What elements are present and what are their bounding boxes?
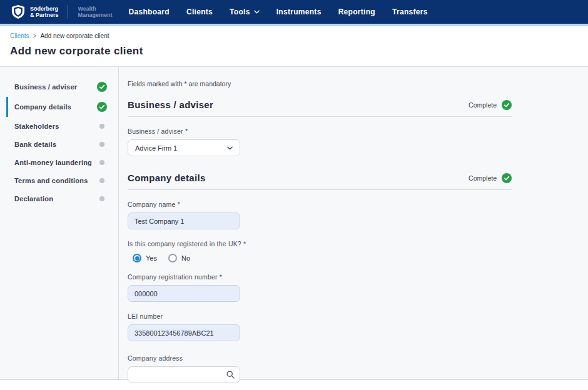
pending-dot-icon [99, 124, 104, 129]
radio-option-no[interactable]: No [168, 254, 190, 262]
check-circle-icon [97, 82, 107, 92]
sidebar-item-stakeholders[interactable]: Stakeholders [6, 117, 118, 135]
nav-item-dashboard[interactable]: Dashboard [129, 8, 170, 16]
chevron-down-icon [254, 10, 260, 14]
mandatory-note: Fields marked with * are mandatory [128, 80, 512, 88]
field-label: Business / adviser * [128, 128, 512, 135]
section-status-label: Complete [469, 101, 497, 109]
sidebar-item-label: Declaration [14, 195, 53, 202]
field-company-name: Company name * [128, 201, 512, 229]
brand-logo[interactable]: Söderberg & Partners Wealth Management [11, 4, 113, 19]
page-header: Clients > Add new corporate client Add n… [0, 26, 588, 66]
nav-item-instruments[interactable]: Instruments [276, 8, 322, 16]
field-label: Company name * [128, 201, 512, 208]
section-status: Complete [469, 100, 512, 110]
sidebar-item-label: Bank details [14, 141, 56, 148]
lei-number-input[interactable] [128, 324, 240, 341]
pending-dot-icon [99, 142, 104, 147]
breadcrumb-separator: > [33, 32, 37, 39]
top-navigation-bar: Söderberg & Partners Wealth Management D… [0, 0, 588, 26]
search-icon[interactable] [226, 371, 235, 379]
field-label: Company address [128, 354, 512, 362]
sidebar-item-label: Business / adviser [14, 83, 77, 91]
check-circle-icon [97, 102, 107, 112]
section-header-company-details: Company details Complete [128, 172, 512, 183]
section-status: Complete [469, 173, 512, 183]
section-title: Company details [128, 172, 206, 183]
field-label: Company registration number * [128, 273, 512, 281]
breadcrumb-clients-link[interactable]: Clients [10, 32, 29, 39]
field-business-adviser: Business / adviser * Advice Firm 1 [128, 128, 512, 156]
form-main: Fields marked with * are mandatory Busin… [119, 67, 588, 379]
field-company-address: Company address [128, 354, 512, 383]
radio-label: Yes [146, 254, 157, 262]
radio-selected-icon [133, 254, 141, 262]
brand-name: Söderberg & Partners [30, 6, 59, 19]
section-header-business-adviser: Business / adviser Complete [128, 99, 512, 110]
section-divider [128, 189, 512, 190]
field-label: LEI number [128, 312, 512, 320]
step-sidebar: Business / adviser Company details Stake… [0, 67, 119, 379]
breadcrumb: Clients > Add new corporate client [10, 32, 588, 39]
brand-division: Wealth Management [78, 6, 113, 19]
field-lei-number: LEI number [128, 312, 512, 341]
check-circle-icon [502, 100, 512, 110]
sidebar-item-bank-details[interactable]: Bank details [6, 135, 118, 153]
sidebar-item-company-details[interactable]: Company details [6, 97, 118, 117]
sidebar-item-label: Stakeholders [14, 122, 59, 130]
nav-item-tools-label: Tools [230, 8, 250, 16]
company-address-search-input[interactable] [128, 366, 240, 383]
nav-item-reporting[interactable]: Reporting [338, 8, 375, 16]
radio-unselected-icon [168, 254, 177, 262]
breadcrumb-current: Add new corporate client [40, 32, 109, 39]
field-registration-number: Company registration number * [128, 273, 512, 302]
content-area: Business / adviser Company details Stake… [0, 66, 588, 380]
sidebar-item-label: Company details [14, 103, 71, 111]
sidebar-item-business-adviser[interactable]: Business / adviser [6, 77, 118, 97]
sidebar-item-label: Terms and conditions [14, 177, 88, 184]
section-divider [128, 116, 512, 117]
field-uk-registered: Is this company registered in the UK? * … [128, 240, 512, 262]
brand-divider [68, 5, 68, 19]
select-value: Advice Firm 1 [135, 144, 177, 152]
nav-menu: Dashboard Clients Tools Instruments Repo… [129, 8, 428, 16]
radio-label: No [181, 254, 190, 262]
radio-option-yes[interactable]: Yes [133, 254, 157, 262]
sidebar-item-anti-money-laundering[interactable]: Anti-money laundering [6, 153, 118, 171]
pending-dot-icon [99, 160, 104, 165]
nav-item-transfers[interactable]: Transfers [392, 8, 428, 16]
uk-registered-radio-group: Yes No [133, 254, 512, 262]
registration-number-input[interactable] [128, 285, 240, 302]
business-adviser-select[interactable]: Advice Firm 1 [128, 139, 240, 156]
nav-item-tools[interactable]: Tools [230, 8, 260, 16]
page-title: Add new corporate client [10, 45, 588, 58]
sidebar-item-declaration[interactable]: Declaration [6, 189, 118, 208]
check-circle-icon [502, 173, 512, 183]
nav-item-clients[interactable]: Clients [186, 8, 213, 16]
pending-dot-icon [99, 196, 104, 201]
chevron-down-icon [227, 146, 233, 150]
company-name-input[interactable] [128, 212, 240, 229]
section-status-label: Complete [469, 174, 497, 182]
sidebar-item-label: Anti-money laundering [14, 159, 92, 166]
pending-dot-icon [99, 178, 104, 183]
section-title: Business / adviser [128, 99, 213, 110]
field-label: Is this company registered in the UK? * [128, 240, 512, 248]
shield-logo-icon [11, 4, 25, 19]
sidebar-item-terms-and-conditions[interactable]: Terms and conditions [6, 171, 118, 189]
